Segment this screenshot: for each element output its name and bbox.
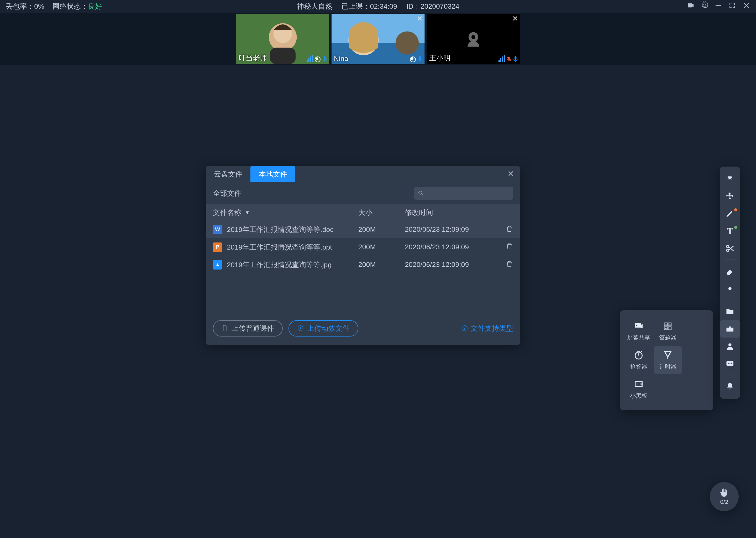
supported-types-link[interactable]: 文件支持类型 (461, 324, 513, 333)
tab-cloud-files[interactable]: 云盘文件 (206, 166, 251, 182)
col-mtime[interactable]: 修改时间 (405, 208, 496, 217)
tools-popup: 屏幕共享AAB答题器抢答器计时器2+3小黑板 (620, 310, 713, 410)
participant-name: 王小明 (429, 53, 450, 63)
file-mtime: 2020/06/23 12:09:09 (405, 261, 496, 269)
participant-name: Nina (334, 55, 348, 63)
shape-dot-icon[interactable] (720, 280, 740, 297)
tool-答题器[interactable]: AAB答题器 (654, 317, 682, 345)
participant-name: 叮当老师 (239, 53, 267, 63)
move-tool-icon[interactable] (720, 188, 740, 205)
fullscreen-icon[interactable] (728, 1, 736, 11)
svg-rect-5 (324, 56, 325, 60)
close-icon[interactable] (742, 1, 750, 11)
table-header: 文件名称▼ 大小 修改时间 (206, 204, 520, 221)
raise-hand-button[interactable]: 0/2 (710, 482, 739, 511)
svg-rect-10 (419, 56, 421, 60)
filetype-icon: W (213, 225, 222, 234)
svg-point-35 (728, 363, 729, 364)
tile-close-icon[interactable]: ✕ (417, 15, 423, 23)
scissors-icon[interactable] (720, 240, 740, 257)
mic-icon (513, 55, 518, 63)
tool-label: 计时器 (659, 363, 677, 371)
recording-indicator-icon (410, 56, 416, 62)
delete-icon[interactable] (496, 225, 513, 234)
bell-icon[interactable] (720, 378, 740, 395)
tool-label: 抢答器 (630, 363, 647, 371)
table-row[interactable]: ▲2019年工作汇报情况查询等等.jpg200M2020/06/23 12:09… (206, 256, 520, 273)
elapsed-time: 已上课：02:34:09 (342, 2, 397, 11)
svg-point-30 (727, 249, 729, 252)
network-status: 网络状态：良好 (53, 2, 102, 11)
file-name: 2019年工作汇报情况查询等等.jpg (227, 260, 332, 270)
hand-icon (719, 488, 730, 498)
text-tool-icon[interactable]: T (720, 222, 740, 240)
search-icon (418, 190, 424, 197)
svg-text:B: B (665, 327, 667, 330)
toolbox-icon[interactable] (720, 320, 740, 338)
video-tile[interactable]: ✕ Nina (332, 14, 425, 64)
tool-label: 小黑板 (630, 392, 647, 400)
svg-text:A: A (665, 323, 667, 326)
recording-indicator-icon (315, 56, 320, 62)
video-tile[interactable]: ✕ 王小明 (427, 14, 520, 64)
delete-icon[interactable] (496, 242, 513, 252)
file-size: 200M (358, 243, 405, 251)
laser-pointer-icon[interactable] (720, 170, 740, 187)
tool-屏幕共享[interactable]: 屏幕共享 (625, 317, 653, 345)
file-mtime: 2020/06/23 12:09:09 (405, 243, 496, 251)
right-toolbar: T (720, 167, 740, 399)
svg-text:A: A (669, 323, 671, 326)
all-files-label: 全部文件 (213, 188, 241, 198)
svg-point-29 (727, 245, 729, 248)
video-tile[interactable]: 叮当老师 (236, 14, 329, 64)
tool-抢答器[interactable]: 抢答器 (625, 346, 653, 374)
svg-point-31 (729, 287, 732, 290)
svg-point-8 (396, 31, 419, 55)
svg-rect-18 (635, 323, 641, 328)
tab-local-files[interactable]: 本地文件 (251, 166, 295, 182)
camera-toggle-icon[interactable] (686, 1, 694, 11)
file-size: 200M (358, 225, 405, 234)
file-name: 2019年工作汇报情况查询等等.ppt (227, 242, 332, 252)
tile-close-icon[interactable]: ✕ (512, 15, 518, 23)
file-icon (221, 325, 229, 332)
svg-text:2+3: 2+3 (637, 382, 642, 386)
svg-rect-0 (716, 5, 721, 6)
tool-小黑板[interactable]: 2+3小黑板 (625, 375, 653, 403)
file-size: 200M (358, 261, 405, 269)
pen-tool-icon[interactable] (720, 205, 740, 222)
mic-icon (322, 55, 327, 63)
file-dialog: 云盘文件 本地文件 ✕ 全部文件 文件名称▼ 大小 修改时间 W2019年工作汇… (206, 166, 520, 345)
delete-icon[interactable] (496, 260, 513, 270)
col-name[interactable]: 文件名称▼ (213, 208, 358, 217)
user-icon[interactable] (720, 338, 740, 355)
search-input[interactable] (414, 187, 513, 200)
volume-bars-icon (498, 54, 505, 62)
svg-point-12 (471, 35, 475, 39)
room-id: ID：2020070324 (406, 2, 459, 11)
tool-label: 屏幕共享 (627, 334, 650, 342)
svg-rect-14 (514, 56, 516, 60)
info-icon (461, 325, 468, 332)
raise-hand-count: 0/2 (720, 499, 729, 506)
svg-point-36 (730, 363, 731, 364)
tool-label: 答题器 (659, 334, 677, 342)
svg-point-37 (731, 363, 732, 364)
svg-point-33 (729, 343, 732, 347)
settings-icon[interactable] (700, 1, 708, 11)
eraser-icon[interactable] (720, 262, 740, 280)
filetype-icon: ▲ (213, 260, 222, 269)
upload-normal-button[interactable]: 上传普通课件 (213, 320, 283, 337)
file-mtime: 2020/06/23 12:09:09 (405, 225, 496, 234)
minimize-icon[interactable] (714, 1, 722, 11)
chat-icon[interactable] (720, 355, 740, 372)
dialog-close-icon[interactable]: ✕ (507, 169, 514, 179)
tool-计时器[interactable]: 计时器 (654, 346, 682, 374)
svg-rect-22 (668, 327, 672, 330)
table-row[interactable]: P2019年工作汇报情况查询等等.ppt200M2020/06/23 12:09… (206, 238, 520, 256)
col-size[interactable]: 大小 (358, 208, 405, 217)
folder-icon[interactable] (720, 303, 740, 320)
table-row[interactable]: W2019年工作汇报情况查询等等.doc200M2020/06/23 12:09… (206, 221, 520, 238)
svg-rect-3 (270, 48, 295, 64)
upload-anim-button[interactable]: 上传动效文件 (289, 320, 358, 337)
